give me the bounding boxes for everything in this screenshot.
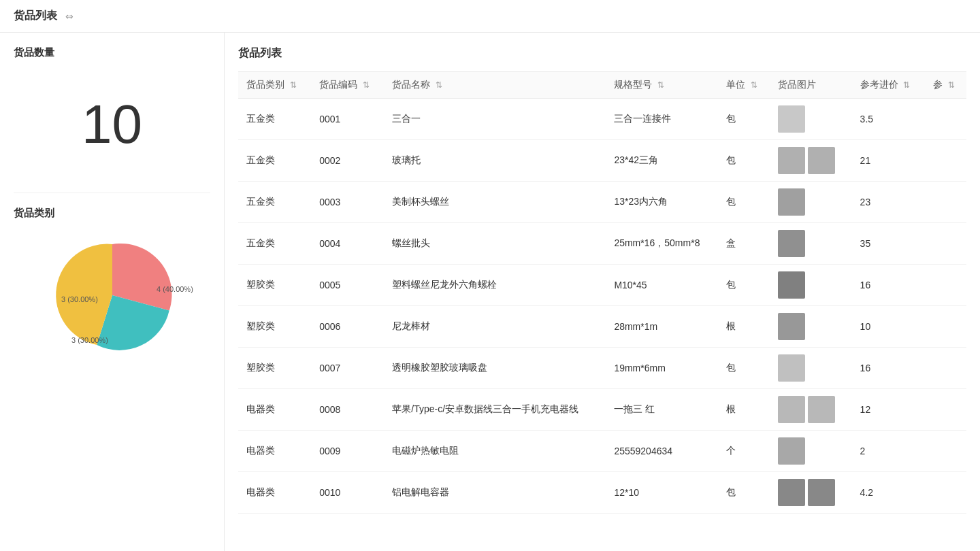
product-image-placeholder	[778, 230, 805, 257]
sort-icon-code: ⇅	[363, 80, 370, 90]
table-row: 电器类0008苹果/Type-c/安卓数据线三合一手机充电器线一拖三 红根12	[238, 389, 966, 431]
cell-price: 3.5	[852, 99, 925, 140]
table-body: 五金类0001三合一三合一连接件包3.5五金类0002玻璃托23*42三角包21…	[238, 99, 966, 514]
cell-image	[770, 389, 851, 431]
cell-extra	[925, 348, 966, 389]
cell-code: 0007	[311, 348, 384, 389]
col-code[interactable]: 货品编码 ⇅	[311, 72, 384, 99]
cell-name: 苹果/Type-c/安卓数据线三合一手机充电器线	[384, 389, 606, 431]
cell-code: 0005	[311, 265, 384, 306]
cell-image	[770, 348, 851, 389]
cell-name: 螺丝批头	[384, 223, 606, 265]
cell-spec: 一拖三 红	[606, 389, 717, 431]
product-image-placeholder	[778, 105, 805, 133]
col-price[interactable]: 参考进价 ⇅	[852, 72, 925, 99]
cell-unit: 包	[718, 348, 770, 389]
cell-code: 0004	[311, 223, 384, 265]
pie-label-electric: 3 (30.00%)	[71, 336, 108, 344]
table-row: 五金类0001三合一三合一连接件包3.5	[238, 99, 966, 140]
cell-category: 电器类	[238, 431, 311, 472]
cell-spec: 13*23内六角	[606, 182, 717, 223]
pie-label-plastic: 3 (30.00%)	[61, 295, 98, 303]
table-row: 塑胶类0007透明橡胶塑胶玻璃吸盘19mm*6mm包16	[238, 348, 966, 389]
cell-code: 0009	[311, 431, 384, 472]
col-extra[interactable]: 参 ⇅	[925, 72, 966, 99]
cell-name: 塑料螺丝尼龙外六角螺栓	[384, 265, 606, 306]
cell-code: 0006	[311, 306, 384, 348]
cell-price: 16	[852, 265, 925, 306]
cell-price: 12	[852, 389, 925, 431]
cell-price: 10	[852, 306, 925, 348]
sort-icon-unit: ⇅	[751, 80, 757, 90]
top-bar: 货品列表 ⇔	[0, 0, 980, 33]
cell-code: 0010	[311, 472, 384, 514]
table-section-title: 货品列表	[238, 46, 966, 61]
cell-spec: 三合一连接件	[606, 99, 717, 140]
cell-code: 0008	[311, 389, 384, 431]
cell-spec: 23*42三角	[606, 140, 717, 182]
cell-extra	[925, 306, 966, 348]
cell-spec: 28mm*1m	[606, 306, 717, 348]
cell-price: 23	[852, 182, 925, 223]
cell-unit: 根	[718, 306, 770, 348]
product-image-placeholder	[778, 313, 805, 340]
table-row: 五金类0003美制杯头螺丝13*23内六角包23	[238, 182, 966, 223]
cell-name: 玻璃托	[384, 140, 606, 182]
cell-name: 电磁炉热敏电阻	[384, 431, 606, 472]
cell-category: 塑胶类	[238, 348, 311, 389]
cell-category: 五金类	[238, 223, 311, 265]
count-number: 10	[82, 93, 142, 156]
product-image-placeholder	[778, 396, 805, 423]
pie-chart-svg: 3 (30.00%) 4 (40.00%) 3 (30.00%)	[24, 231, 201, 353]
category-section: 货品类别 3 (30.00%) 4 (40.00%) 3 (30.00%)	[14, 207, 210, 353]
cell-unit: 盒	[718, 223, 770, 265]
sort-icon-price: ⇅	[903, 80, 910, 90]
count-card: 10	[14, 70, 210, 179]
cell-image	[770, 431, 851, 472]
product-image-placeholder	[778, 479, 805, 506]
cell-code: 0001	[311, 99, 384, 140]
col-image: 货品图片	[770, 72, 851, 99]
cell-extra	[925, 265, 966, 306]
cell-code: 0002	[311, 140, 384, 182]
pie-chart-container: 3 (30.00%) 4 (40.00%) 3 (30.00%)	[24, 231, 201, 353]
table-header: 货品类别 ⇅ 货品编码 ⇅ 货品名称 ⇅ 规格型号 ⇅	[238, 72, 966, 99]
cell-image	[770, 306, 851, 348]
cell-extra	[925, 99, 966, 140]
cell-category: 五金类	[238, 140, 311, 182]
cell-extra	[925, 140, 966, 182]
cell-extra	[925, 472, 966, 514]
cell-category: 塑胶类	[238, 265, 311, 306]
sort-icon-extra: ⇅	[948, 80, 955, 90]
cell-name: 三合一	[384, 99, 606, 140]
cell-category: 塑胶类	[238, 306, 311, 348]
cell-spec: M10*45	[606, 265, 717, 306]
cell-extra	[925, 431, 966, 472]
product-image-placeholder	[808, 147, 835, 174]
cell-price: 4.2	[852, 472, 925, 514]
product-image-placeholder	[778, 271, 805, 299]
col-category[interactable]: 货品类别 ⇅	[238, 72, 311, 99]
cell-price: 2	[852, 431, 925, 472]
cell-image	[770, 223, 851, 265]
cell-unit: 包	[718, 182, 770, 223]
product-image-placeholder	[778, 188, 805, 216]
cell-spec: 19mm*6mm	[606, 348, 717, 389]
sort-icon-spec: ⇅	[657, 80, 664, 90]
product-image-placeholder	[808, 396, 835, 423]
cell-category: 五金类	[238, 182, 311, 223]
cell-image	[770, 140, 851, 182]
collapse-icon[interactable]: ⇔	[65, 11, 74, 22]
main-layout: 货品数量 10 货品类别 3 (30.00%) 4	[0, 33, 980, 551]
cell-category: 电器类	[238, 389, 311, 431]
col-name[interactable]: 货品名称 ⇅	[384, 72, 606, 99]
col-spec[interactable]: 规格型号 ⇅	[606, 72, 717, 99]
cell-name: 透明橡胶塑胶玻璃吸盘	[384, 348, 606, 389]
cell-spec: 25mm*16，50mm*8	[606, 223, 717, 265]
cell-extra	[925, 223, 966, 265]
count-section: 货品数量 10	[14, 46, 210, 179]
cell-price: 16	[852, 348, 925, 389]
table-row: 五金类0002玻璃托23*42三角包21	[238, 140, 966, 182]
sidebar-divider	[14, 193, 210, 193]
col-unit[interactable]: 单位 ⇅	[718, 72, 770, 99]
